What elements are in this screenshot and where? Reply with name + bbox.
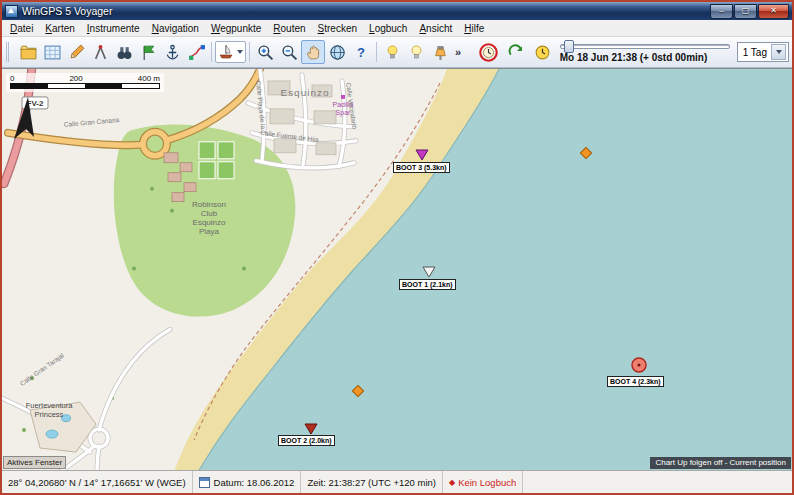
map-view[interactable]: FV-2 Esquinzo Padilla Spar Robinson Club…	[2, 68, 792, 470]
menu-datei[interactable]: Datei	[4, 22, 39, 35]
resort-label-line: Club	[201, 209, 218, 218]
pool	[46, 430, 58, 438]
resort-label-line: Esquinzo	[193, 218, 226, 227]
anchor-icon[interactable]	[160, 40, 184, 64]
globe-view-icon[interactable]	[325, 40, 349, 64]
menu-ansicht[interactable]: Ansicht	[413, 22, 458, 35]
status-zeit: Zeit: 21:38:27 (UTC +120 min)	[301, 471, 443, 493]
boat-icon	[218, 44, 234, 60]
shop-poi-icon	[341, 95, 345, 99]
main-toolbar: ? » Mo 18 Jun 21:38 (+ 0std 00min) 1 Tag	[2, 37, 792, 68]
scale-tick: 200	[69, 74, 82, 83]
lamp-icon[interactable]	[428, 40, 452, 64]
status-logbuch-text: Kein Logbuch	[458, 477, 516, 488]
time-range-value: 1 Tag	[743, 47, 767, 58]
status-datum: Datum: 18.06.2012	[193, 471, 302, 493]
zoom-out-icon[interactable]	[277, 40, 301, 64]
scale-bar-segments	[10, 83, 160, 89]
boat-label-boot3[interactable]: BOOT 3 (5.3kn)	[393, 162, 450, 173]
waypoint-marker[interactable]	[351, 384, 365, 402]
time-clock-icon[interactable]	[531, 40, 555, 64]
binoculars-icon[interactable]	[112, 40, 136, 64]
menu-hilfe[interactable]: Hilfe	[458, 22, 490, 35]
waypoint-flag-icon[interactable]	[136, 40, 160, 64]
toolbar-separator	[249, 42, 250, 62]
boat-label-boot1[interactable]: BOOT 1 (2.1kn)	[399, 279, 456, 290]
logbook-diamond-icon: ◆	[449, 478, 455, 487]
day-night-bulb-icon[interactable]	[380, 40, 404, 64]
map-canvas[interactable]: FV-2 Esquinzo Padilla Spar Robinson Club…	[2, 69, 792, 470]
time-label: Mo 18 Jun 21:38 (+ 0std 00min)	[560, 51, 730, 64]
status-logbuch: ◆ Kein Logbuch	[443, 471, 523, 493]
toolbar-grip[interactable]	[6, 42, 12, 62]
menu-routen[interactable]: Routen	[267, 22, 311, 35]
backlight-bulb-icon[interactable]	[404, 40, 428, 64]
menu-strecken[interactable]: Strecken	[312, 22, 363, 35]
window-title: WinGPS 5 Voyager	[22, 5, 112, 17]
dividers-icon[interactable]	[88, 40, 112, 64]
toolbar-separator	[376, 42, 377, 62]
time-control-cluster: Mo 18 Jun 21:38 (+ 0std 00min) 1 Tag	[477, 38, 789, 66]
vessel-select-dropdown[interactable]	[215, 41, 246, 63]
route-edit-icon[interactable]	[64, 40, 88, 64]
time-slider-groove[interactable]	[560, 44, 730, 49]
hotel-label-line: Princess	[35, 410, 64, 419]
calendar-icon	[199, 477, 210, 488]
menu-navigation[interactable]: Navigation	[146, 22, 205, 35]
help-icon[interactable]: ?	[349, 40, 373, 64]
chart-mode-badge: Chart Up folgen off - Current position	[650, 457, 791, 469]
menu-logbuch[interactable]: Logbuch	[363, 22, 413, 35]
status-datum-text: Datum: 18.06.2012	[214, 477, 295, 488]
pan-hand-icon[interactable]	[301, 40, 325, 64]
chevron-down-icon	[771, 44, 786, 60]
title-bar: WinGPS 5 Voyager – ▢ ✕	[2, 2, 792, 20]
menu-wegpunkte[interactable]: Wegpunkte	[205, 22, 267, 35]
resort-label-line: Robinson	[192, 200, 226, 209]
resort-label-line: Playa	[199, 227, 220, 236]
shop-label: Spar	[336, 109, 351, 117]
status-position: 28° 04,20680' N / 14° 17,16651' W (WGE)	[2, 471, 193, 493]
status-filler	[523, 471, 792, 493]
scale-bar: 0 200 400 m	[6, 73, 164, 92]
boat-label-boot2[interactable]: BOOT 2 (2.0kn)	[278, 435, 335, 446]
time-slider-thumb[interactable]	[564, 40, 574, 53]
route-plan-icon[interactable]	[184, 40, 208, 64]
menu-karten[interactable]: Karten	[39, 22, 80, 35]
boat-marker-boot4[interactable]	[630, 356, 648, 378]
maximize-button[interactable]: ▢	[734, 4, 757, 19]
time-slider-stack: Mo 18 Jun 21:38 (+ 0std 00min)	[560, 38, 730, 66]
replay-icon[interactable]	[504, 40, 528, 64]
time-now-icon[interactable]	[477, 40, 501, 64]
close-button[interactable]: ✕	[758, 4, 789, 19]
menu-instrumente[interactable]: Instrumente	[81, 22, 146, 35]
window-controls: – ▢ ✕	[710, 4, 789, 19]
status-bar: 28° 04,20680' N / 14° 17,16651' W (WGE) …	[2, 470, 792, 493]
time-range-select[interactable]: 1 Tag	[737, 42, 789, 62]
chevron-down-icon	[237, 50, 243, 54]
scale-tick: 0	[10, 74, 14, 83]
waypoint-marker[interactable]	[579, 146, 593, 164]
zoom-in-icon[interactable]	[253, 40, 277, 64]
north-arrow-icon	[8, 95, 38, 145]
app-icon	[5, 5, 18, 18]
time-slider[interactable]	[560, 40, 730, 51]
scale-tick: 400 m	[138, 74, 160, 83]
toolbar-overflow-chevron[interactable]: »	[452, 46, 464, 58]
boat-label-boot4[interactable]: BOOT 4 (2.3kn)	[607, 376, 664, 387]
active-window-overlay: Aktives Fenster	[3, 456, 66, 469]
open-chart-icon[interactable]	[16, 40, 40, 64]
app-window: WinGPS 5 Voyager – ▢ ✕ Datei Karten Inst…	[0, 0, 794, 495]
hotel-label-line: Fuerteventura	[26, 401, 73, 410]
town-label: Esquinzo	[280, 87, 329, 98]
minimize-button[interactable]: –	[710, 4, 733, 19]
menu-bar: Datei Karten Instrumente Navigation Wegp…	[2, 20, 792, 37]
toolbar-separator	[211, 42, 212, 62]
chart-manager-icon[interactable]	[40, 40, 64, 64]
